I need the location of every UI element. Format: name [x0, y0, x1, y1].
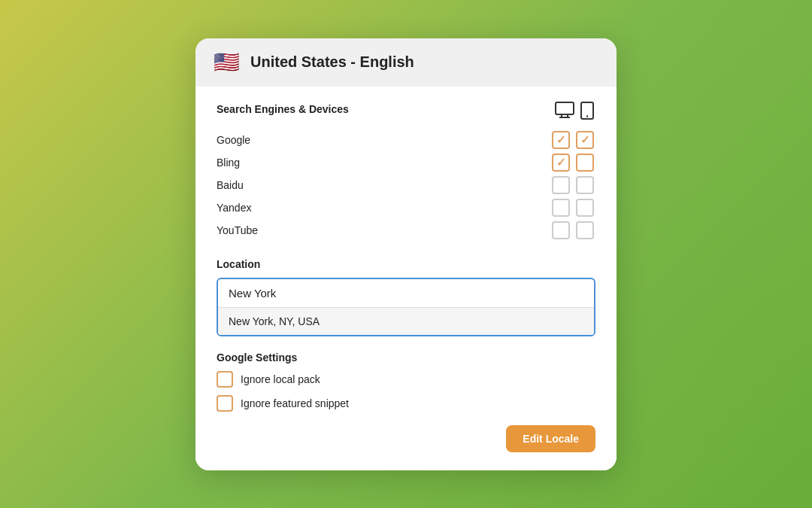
location-input[interactable]: [218, 279, 594, 307]
google-settings-section: Google Settings Ignore local pack Ignore…: [217, 351, 595, 412]
location-label: Location: [217, 258, 595, 270]
engine-name-yandex: Yandex: [217, 202, 251, 214]
youtube-checkboxes: [552, 221, 594, 239]
modal-body: Search Engines & Devices: [195, 87, 617, 470]
modal-title: United States - English: [250, 53, 414, 71]
engine-name-baidu: Baidu: [217, 179, 244, 191]
location-section: Location New York, NY, USA: [217, 258, 595, 336]
youtube-desktop-checkbox[interactable]: [552, 221, 570, 239]
bling-tablet-checkbox[interactable]: [576, 154, 594, 172]
bling-desktop-checkbox[interactable]: [552, 154, 570, 172]
baidu-desktop-checkbox[interactable]: [552, 176, 570, 194]
engines-header: Search Engines & Devices: [217, 102, 595, 124]
ignore-featured-snippet-checkbox[interactable]: [217, 395, 233, 412]
engines-label: Search Engines & Devices: [217, 103, 349, 115]
device-icons: [555, 102, 594, 124]
settings-modal: 🇺🇸 United States - English Search Engine…: [195, 38, 617, 470]
yandex-tablet-checkbox[interactable]: [576, 199, 594, 217]
engine-row-google: Google: [217, 129, 595, 151]
google-desktop-checkbox[interactable]: [552, 131, 570, 149]
footer-row: Edit Locale: [217, 425, 595, 452]
edit-locale-button[interactable]: Edit Locale: [506, 425, 595, 452]
baidu-checkboxes: [552, 176, 594, 194]
engine-name-google: Google: [217, 134, 250, 146]
modal-header: 🇺🇸 United States - English: [195, 38, 617, 87]
desktop-icon: [555, 102, 574, 124]
flag-icon: 🇺🇸: [214, 52, 240, 73]
engine-name-youtube: YouTube: [217, 224, 258, 236]
google-settings-label: Google Settings: [217, 351, 595, 364]
google-checkboxes: [552, 131, 594, 149]
youtube-tablet-checkbox[interactable]: [576, 221, 594, 239]
engine-row-baidu: Baidu: [217, 174, 595, 196]
baidu-tablet-checkbox[interactable]: [576, 176, 594, 194]
engine-row-yandex: Yandex: [217, 196, 595, 219]
ignore-local-pack-row: Ignore local pack: [217, 371, 595, 388]
google-tablet-checkbox[interactable]: [576, 131, 594, 149]
yandex-checkboxes: [552, 199, 594, 217]
ignore-local-pack-checkbox[interactable]: [217, 371, 233, 388]
engine-row-youtube: YouTube: [217, 219, 595, 242]
location-input-wrapper: New York, NY, USA: [217, 278, 595, 336]
tablet-icon: [580, 102, 594, 124]
bling-checkboxes: [552, 154, 594, 172]
engine-row-bling: Bling: [217, 151, 595, 174]
svg-rect-0: [556, 102, 574, 114]
location-dropdown: New York, NY, USA: [218, 307, 594, 335]
ignore-featured-snippet-row: Ignore featured snippet: [217, 395, 595, 412]
svg-point-5: [586, 115, 588, 117]
engine-name-bling: Bling: [217, 157, 240, 169]
location-option-new-york[interactable]: New York, NY, USA: [218, 308, 594, 335]
ignore-featured-snippet-label: Ignore featured snippet: [241, 397, 349, 409]
yandex-desktop-checkbox[interactable]: [552, 199, 570, 217]
engines-section: Search Engines & Devices: [217, 102, 595, 242]
ignore-local-pack-label: Ignore local pack: [241, 373, 320, 385]
